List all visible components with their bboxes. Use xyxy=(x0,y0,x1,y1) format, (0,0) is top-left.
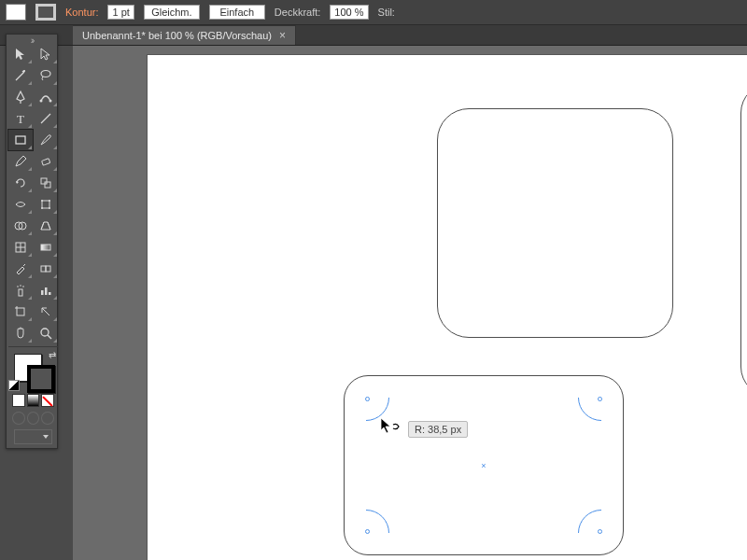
magic-wand-tool[interactable] xyxy=(8,65,33,86)
svg-rect-28 xyxy=(49,292,51,295)
blend-tool[interactable] xyxy=(34,259,58,279)
stroke-weight-field[interactable]: 1 pt xyxy=(107,5,134,20)
rounded-rect-shape-1[interactable] xyxy=(437,108,673,338)
pencil-tool[interactable] xyxy=(8,151,33,172)
rounded-rect-shape-selected[interactable]: × xyxy=(344,375,624,555)
work-area[interactable]: × R: 38,5 px xyxy=(73,46,747,560)
svg-rect-5 xyxy=(16,136,25,144)
document-tab-title: Unbenannt-1* bei 100 % (RGB/Vorschau) xyxy=(82,30,272,41)
svg-point-2 xyxy=(49,100,52,103)
options-bar: Kontur: 1 pt Gleichm. Einfach Deckkraft:… xyxy=(0,0,747,25)
corner-handle-tl[interactable] xyxy=(365,397,370,401)
cursor: R: 38,5 px xyxy=(380,417,404,438)
corner-handle-tr[interactable] xyxy=(598,397,602,401)
svg-point-25 xyxy=(22,286,24,287)
rotate-tool[interactable] xyxy=(8,173,33,193)
shape-builder-tool[interactable] xyxy=(8,216,33,236)
svg-point-32 xyxy=(41,329,49,336)
draw-inside[interactable] xyxy=(41,412,54,425)
stroke-swatch[interactable] xyxy=(35,4,56,21)
radius-label: R: xyxy=(415,424,425,435)
draw-normal[interactable] xyxy=(12,412,25,425)
color-mode-row xyxy=(8,392,58,409)
svg-point-12 xyxy=(41,207,43,209)
fill-swatch[interactable] xyxy=(6,4,26,21)
artboard-tool[interactable] xyxy=(8,301,33,322)
svg-line-4 xyxy=(41,114,50,123)
svg-rect-6 xyxy=(42,159,50,165)
default-fill-stroke-icon[interactable] xyxy=(8,380,20,391)
radius-tooltip: R: 38,5 px xyxy=(408,421,468,438)
svg-point-24 xyxy=(20,285,21,287)
draw-mode-row xyxy=(8,410,58,427)
fill-stroke-control[interactable]: ⇄ xyxy=(8,350,58,391)
profile-field[interactable]: Einfach xyxy=(209,5,265,20)
tool-panel: ›› T⇄ xyxy=(6,34,58,449)
column-graph-tool[interactable] xyxy=(34,280,58,301)
width-tool[interactable] xyxy=(8,194,33,215)
radius-value: 38,5 px xyxy=(428,424,461,435)
screen-mode-button[interactable] xyxy=(8,427,58,446)
stroke-label: Kontur: xyxy=(65,7,98,18)
svg-rect-21 xyxy=(46,266,50,272)
svg-point-13 xyxy=(49,207,50,209)
svg-rect-7 xyxy=(41,178,47,184)
rounded-rect-shape-2[interactable] xyxy=(740,83,747,397)
corner-handle-br[interactable] xyxy=(598,529,602,534)
lasso-tool[interactable] xyxy=(34,65,58,86)
swap-fill-stroke-icon[interactable]: ⇄ xyxy=(49,350,56,360)
gradient-tool[interactable] xyxy=(34,237,58,258)
line-tool[interactable] xyxy=(34,108,58,129)
corner-handle-bl[interactable] xyxy=(365,529,370,534)
curvature-tool[interactable] xyxy=(34,87,58,107)
cursor-icon xyxy=(380,417,404,436)
color-mode-none[interactable] xyxy=(41,394,54,407)
svg-rect-8 xyxy=(45,182,50,188)
panel-grip[interactable]: ›› xyxy=(8,36,55,44)
direct-selection-tool[interactable] xyxy=(34,44,58,64)
free-transform-tool[interactable] xyxy=(34,194,58,215)
eyedropper-tool[interactable] xyxy=(8,259,33,279)
stroke-color-box[interactable] xyxy=(27,365,55,393)
zoom-tool[interactable] xyxy=(34,323,58,343)
type-tool[interactable]: T xyxy=(8,108,33,129)
symbol-sprayer-tool[interactable] xyxy=(8,280,33,301)
selection-tool[interactable] xyxy=(8,44,33,64)
svg-rect-26 xyxy=(41,290,44,295)
svg-rect-29 xyxy=(17,308,24,315)
svg-rect-19 xyxy=(41,245,50,250)
style-label: Stil: xyxy=(378,7,395,18)
svg-rect-22 xyxy=(19,289,22,296)
document-tab-strip: Unbenannt-1* bei 100 % (RGB/Vorschau) × xyxy=(0,25,747,46)
color-mode-solid[interactable] xyxy=(12,394,25,407)
slice-tool[interactable] xyxy=(34,301,58,322)
eraser-tool[interactable] xyxy=(34,151,58,172)
svg-text:T: T xyxy=(17,112,24,126)
canvas[interactable]: × R: 38,5 px xyxy=(148,55,747,560)
opacity-field[interactable]: 100 % xyxy=(330,5,368,20)
pen-tool[interactable] xyxy=(8,87,33,107)
color-mode-gradient[interactable] xyxy=(27,394,40,407)
document-tab[interactable]: Unbenannt-1* bei 100 % (RGB/Vorschau) × xyxy=(73,25,296,45)
svg-rect-9 xyxy=(42,201,49,208)
opacity-label: Deckkraft: xyxy=(275,7,321,18)
svg-line-33 xyxy=(48,335,51,339)
svg-point-10 xyxy=(41,200,43,202)
hand-tool[interactable] xyxy=(8,323,33,343)
perspective-tool[interactable] xyxy=(34,216,58,236)
mesh-tool[interactable] xyxy=(8,237,33,258)
svg-point-23 xyxy=(17,286,19,287)
svg-point-11 xyxy=(49,200,50,202)
close-icon[interactable]: × xyxy=(279,29,286,42)
svg-rect-20 xyxy=(41,266,46,272)
svg-rect-27 xyxy=(45,287,48,295)
draw-behind[interactable] xyxy=(27,412,40,425)
svg-point-0 xyxy=(41,71,50,77)
center-marker: × xyxy=(481,461,486,470)
rectangle-tool[interactable] xyxy=(8,130,33,150)
paintbrush-tool[interactable] xyxy=(34,130,58,150)
svg-point-1 xyxy=(40,100,43,103)
uniform-field[interactable]: Gleichm. xyxy=(144,5,200,20)
scale-tool[interactable] xyxy=(34,173,58,193)
